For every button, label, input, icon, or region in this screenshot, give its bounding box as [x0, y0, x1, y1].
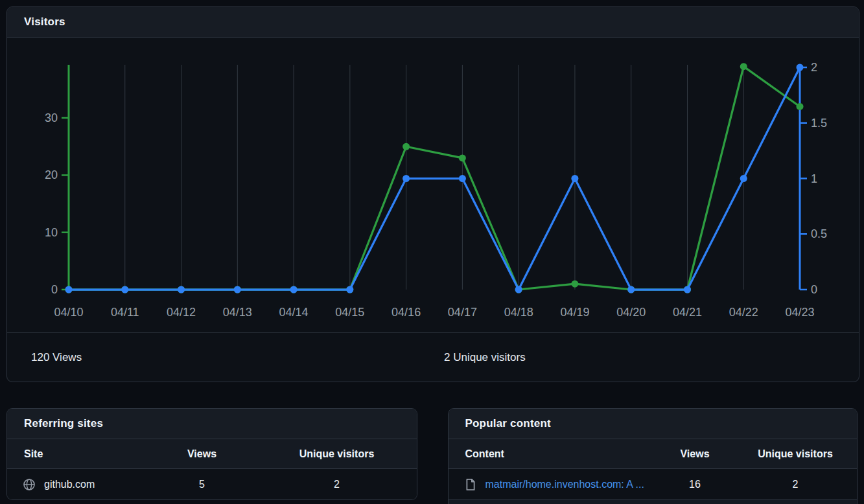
left-axis-label: 30: [45, 111, 58, 124]
x-axis-label: 04/10: [54, 306, 83, 319]
x-axis-label: 04/19: [560, 306, 589, 319]
x-axis-label: 04/21: [673, 306, 702, 319]
total-views-label: 120 Views: [7, 351, 433, 364]
unique-visitors-data-point[interactable]: [459, 175, 466, 182]
site-cell: github.com: [23, 478, 147, 491]
x-axis-label: 04/20: [616, 306, 646, 319]
referring-sites-table-header: Site Views Unique visitors: [7, 439, 417, 469]
visitors-title: Visitors: [24, 16, 65, 29]
unique-visitors-data-point[interactable]: [346, 286, 353, 293]
unique-visitors-data-point[interactable]: [797, 64, 804, 71]
referring-sites-title: Referring sites: [24, 417, 103, 430]
unique-visitors-data-point[interactable]: [65, 286, 73, 293]
x-axis-label: 04/12: [167, 306, 196, 319]
unique-visitors-data-point[interactable]: [234, 286, 241, 293]
table-row[interactable]: github.com 5 2: [7, 469, 417, 499]
x-axis-label: 04/14: [279, 306, 309, 319]
unique-visitors-data-point[interactable]: [684, 286, 691, 293]
views-data-point[interactable]: [740, 63, 747, 70]
right-axis-label: 0: [811, 283, 817, 296]
tables-row: Referring sites Site Views Unique visito…: [6, 408, 858, 504]
unique-visitors-line: [69, 67, 800, 290]
x-axis-label: 04/23: [785, 306, 814, 319]
column-unique-visitors: Unique visitors: [257, 448, 417, 460]
column-site: Site: [24, 448, 147, 460]
column-views: Views: [147, 448, 257, 460]
next-row-partial: [449, 499, 858, 504]
x-axis-label: 04/11: [111, 306, 139, 319]
unique-visitors-data-point[interactable]: [740, 175, 747, 182]
traffic-insights-page: Visitors 010203000.511.5204/1004/1104/12…: [0, 0, 864, 504]
left-axis-label: 10: [45, 226, 58, 239]
site-views-value: 5: [147, 479, 257, 490]
x-axis-label: 04/22: [729, 306, 758, 319]
views-data-point[interactable]: [797, 103, 804, 110]
views-data-point[interactable]: [459, 154, 466, 161]
unique-visitors-data-point[interactable]: [178, 286, 185, 293]
unique-visitors-data-point[interactable]: [290, 286, 298, 293]
unique-visitors-data-point[interactable]: [403, 175, 410, 182]
popular-content-title: Popular content: [465, 417, 551, 430]
views-data-point[interactable]: [571, 281, 578, 288]
right-axis-label: 2: [811, 61, 817, 74]
unique-visitors-data-point[interactable]: [121, 286, 128, 293]
visitors-chart-svg: 010203000.511.5204/1004/1104/1204/1304/1…: [7, 38, 859, 332]
visitors-card-header: Visitors: [7, 7, 859, 38]
site-name: github.com: [44, 479, 95, 490]
right-axis-label: 1: [811, 172, 817, 185]
left-axis-label: 20: [45, 168, 58, 181]
visitors-card: Visitors 010203000.511.5204/1004/1104/12…: [6, 6, 859, 382]
referring-sites-card-header: Referring sites: [7, 409, 417, 439]
x-axis-label: 04/15: [335, 306, 364, 319]
left-axis-label: 0: [51, 283, 58, 296]
unique-visitors-data-point[interactable]: [627, 286, 635, 293]
popular-content-card: Popular content Content Views Unique vis…: [448, 408, 858, 504]
total-unique-visitors-label: 2 Unique visitors: [433, 351, 859, 364]
unique-visitors-data-point[interactable]: [515, 286, 522, 293]
views-data-point[interactable]: [403, 143, 410, 150]
popular-content-card-header: Popular content: [449, 409, 858, 439]
column-unique-visitors: Unique visitors: [734, 448, 857, 460]
content-cell: matmair/home.invenhost.com: A ...: [464, 478, 657, 491]
file-icon: [464, 478, 477, 491]
table-row[interactable]: matmair/home.invenhost.com: A ... 16 2: [449, 469, 858, 499]
popular-content-table-header: Content Views Unique visitors: [449, 439, 858, 469]
x-axis-label: 04/18: [504, 306, 533, 319]
column-content: Content: [465, 448, 657, 460]
column-views: Views: [656, 448, 734, 460]
content-unique-visitors-value: 2: [734, 479, 857, 490]
right-axis-label: 1.5: [811, 117, 827, 130]
unique-visitors-data-point[interactable]: [571, 175, 578, 182]
visitors-chart[interactable]: 010203000.511.5204/1004/1104/1204/1304/1…: [7, 38, 859, 332]
x-axis-label: 04/17: [448, 306, 477, 319]
visitors-card-footer: 120 Views 2 Unique visitors: [7, 332, 859, 382]
content-views-value: 16: [656, 479, 734, 490]
site-unique-visitors-value: 2: [257, 479, 417, 490]
referring-sites-card: Referring sites Site Views Unique visito…: [6, 408, 417, 500]
globe-icon: [23, 478, 36, 491]
content-link[interactable]: matmair/home.invenhost.com: A ...: [485, 479, 644, 490]
right-axis-label: 0.5: [811, 227, 827, 240]
x-axis-label: 04/16: [391, 306, 421, 319]
x-axis-label: 04/13: [223, 306, 252, 319]
